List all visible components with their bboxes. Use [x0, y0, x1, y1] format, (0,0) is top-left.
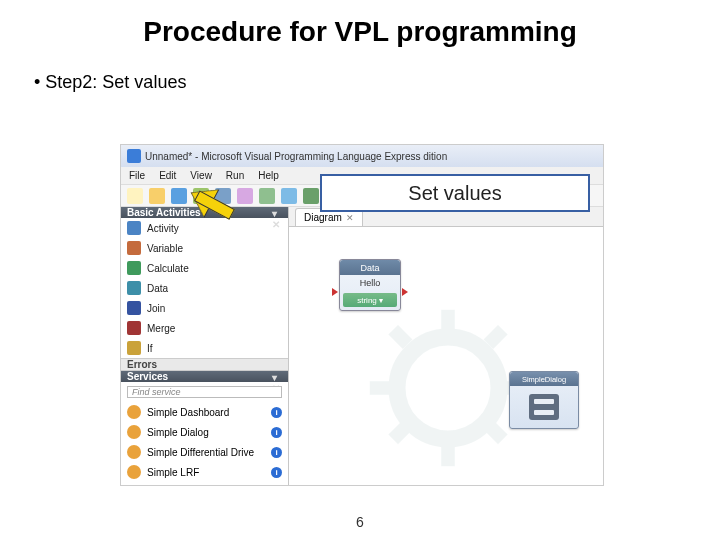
activity-label: Variable [147, 243, 183, 254]
merge-icon [127, 321, 141, 335]
slide-title: Procedure for VPL programming [0, 0, 720, 48]
gear-icon [127, 485, 141, 486]
service-label: Simple Dashboard [147, 407, 229, 418]
activity-activity[interactable]: Activity [121, 218, 288, 238]
service-simple-lrf[interactable]: Simple LRFi [121, 462, 288, 482]
join-icon [127, 301, 141, 315]
data-icon [127, 281, 141, 295]
menu-help[interactable]: Help [258, 170, 279, 181]
callout-box: Set values [320, 174, 590, 212]
activity-icon [127, 221, 141, 235]
info-icon[interactable]: i [271, 447, 282, 458]
toolbar-button-1[interactable] [149, 188, 165, 204]
data-block[interactable]: Data Hello string▾ [339, 259, 401, 311]
service-label: Simple LRF [147, 467, 199, 478]
menu-edit[interactable]: Edit [159, 170, 176, 181]
activity-label: If [147, 343, 153, 354]
service-label: Simple Dialog [147, 427, 209, 438]
app-icon [127, 149, 141, 163]
chevron-down-icon: ▾ [379, 296, 383, 305]
variable-icon [127, 241, 141, 255]
close-icon[interactable]: ✕ [346, 213, 354, 223]
tab-label: Diagram [304, 212, 342, 223]
activity-join[interactable]: Join [121, 298, 288, 318]
basic-activities-list: ActivityVariableCalculateDataJoinMergeIf [121, 218, 288, 358]
find-service-input[interactable]: Find service [127, 386, 282, 398]
gear-icon [127, 445, 141, 459]
gear-icon [127, 425, 141, 439]
data-block-title: Data [340, 260, 400, 275]
info-icon[interactable]: i [271, 467, 282, 478]
svg-rect-2 [441, 442, 455, 466]
service-label: Simple Differential Drive [147, 447, 254, 458]
info-icon[interactable]: i [271, 427, 282, 438]
activity-label: Join [147, 303, 165, 314]
dialog-icon [529, 394, 559, 420]
info-icon[interactable]: i [271, 407, 282, 418]
panel-controls[interactable]: ▾ ✕ [272, 372, 282, 382]
title-bar: Unnamed* - Microsoft Visual Programming … [121, 145, 603, 167]
toolbar-button-8[interactable] [303, 188, 319, 204]
services-header[interactable]: Services ▾ ✕ [121, 371, 288, 382]
service-simple-simulated-robot[interactable]: Simple Simulated Roboti [121, 482, 288, 486]
step-bullet: Step2: Set values [0, 48, 720, 93]
panel-title: Services [127, 371, 168, 382]
sidebar: Basic Activities ▾ ✕ ActivityVariableCal… [121, 207, 289, 485]
input-pin-icon[interactable] [332, 288, 338, 296]
svg-point-0 [397, 337, 499, 439]
activity-label: Merge [147, 323, 175, 334]
service-block-title: SimpleDialog [510, 372, 578, 386]
gear-icon [127, 465, 141, 479]
toolbar-button-0[interactable] [127, 188, 143, 204]
service-simple-differential-drive[interactable]: Simple Differential Drivei [121, 442, 288, 462]
activity-variable[interactable]: Variable [121, 238, 288, 258]
activity-calculate[interactable]: Calculate [121, 258, 288, 278]
watermark-gear-icon [363, 303, 533, 473]
menu-file[interactable]: File [129, 170, 145, 181]
activity-data[interactable]: Data [121, 278, 288, 298]
toolbar-button-6[interactable] [259, 188, 275, 204]
service-simple-dialog[interactable]: Simple Dialogi [121, 422, 288, 442]
activity-label: Calculate [147, 263, 189, 274]
toolbar-button-7[interactable] [281, 188, 297, 204]
activity-merge[interactable]: Merge [121, 318, 288, 338]
panel-controls[interactable]: ▾ ✕ [272, 208, 282, 218]
svg-rect-3 [370, 381, 394, 395]
calculate-icon [127, 261, 141, 275]
data-block-value[interactable]: Hello [340, 275, 400, 291]
svg-rect-1 [441, 310, 455, 334]
data-block-type-dropdown[interactable]: string▾ [343, 293, 397, 307]
activity-if[interactable]: If [121, 338, 288, 358]
activity-label: Activity [147, 223, 179, 234]
if-icon [127, 341, 141, 355]
menu-run[interactable]: Run [226, 170, 244, 181]
gear-icon [127, 405, 141, 419]
errors-header[interactable]: Errors [121, 358, 288, 371]
services-list: Simple DashboardiSimple DialogiSimple Di… [121, 402, 288, 486]
service-simple-dashboard[interactable]: Simple Dashboardi [121, 402, 288, 422]
activity-label: Data [147, 283, 168, 294]
page-number: 6 [0, 514, 720, 530]
diagram-canvas[interactable]: Diagram ✕ Data Hello string▾ SimpleDialo… [289, 207, 603, 485]
window-title: Unnamed* - Microsoft Visual Programming … [145, 151, 447, 162]
simpledialog-block[interactable]: SimpleDialog [509, 371, 579, 429]
output-pin-icon[interactable] [402, 288, 408, 296]
